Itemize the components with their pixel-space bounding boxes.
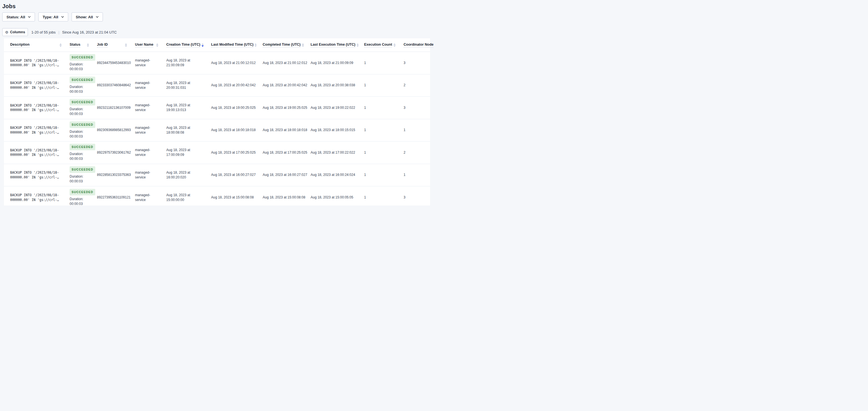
column-header-label: Coordinator Node xyxy=(404,42,433,48)
show-filter-label: Show: All xyxy=(76,15,93,19)
last-execution-time-cell: Aug 18, 2023 at 17:00:22:022 xyxy=(304,142,358,164)
execution-count-cell: 1 xyxy=(358,164,397,186)
sort-arrows-icon[interactable] xyxy=(156,43,158,47)
last-modified-time-cell: Aug 18, 2023 at 17:00:25:025 xyxy=(205,142,256,164)
coordinator-node-cell: 1 xyxy=(397,119,430,142)
column-header[interactable]: Creation Time (UTC) xyxy=(160,38,205,52)
last-execution-time-cell: Aug 18, 2023 at 15:00:05:05 xyxy=(304,186,358,206)
chevron-down-icon xyxy=(28,16,31,18)
sort-arrows-icon[interactable] xyxy=(202,43,204,47)
status-filter-dropdown[interactable]: Status: All xyxy=(2,12,35,22)
user-name-cell: managed-service xyxy=(129,97,160,119)
sort-asc-icon xyxy=(87,43,89,45)
column-header[interactable]: Job ID xyxy=(91,38,129,52)
last-modified-time-cell: Aug 18, 2023 at 19:00:25:025 xyxy=(205,97,256,119)
status-filter-label: Status: All xyxy=(6,15,25,19)
user-name-cell: managed-service xyxy=(129,142,160,164)
last-modified-time-cell: Aug 18, 2023 at 21:00:12:012 xyxy=(205,52,256,74)
user-name-value: managed-service xyxy=(135,103,158,113)
sort-arrows-icon[interactable] xyxy=(302,43,304,47)
job-id-cell: 892344759453483010 xyxy=(91,52,129,74)
job-description-link[interactable]: BACKUP INTO '/2023/08/18-000000.00' IN '… xyxy=(10,170,62,180)
job-id-cell: 892333037460848642 xyxy=(91,75,129,97)
status-cell: SUCCEEDED Duration: 00:00:03 xyxy=(63,97,91,119)
execution-count-cell: 1 xyxy=(358,52,397,74)
completed-time-cell: Aug 18, 2023 at 19:00:25:025 xyxy=(256,97,304,119)
page-title: Jobs xyxy=(2,3,432,9)
type-filter-dropdown[interactable]: Type: All xyxy=(38,12,68,22)
table-row: BACKUP INTO '/2023/08/18-000000.00' IN '… xyxy=(4,119,430,142)
column-header-label: Status xyxy=(70,42,80,48)
sort-arrows-icon[interactable] xyxy=(394,43,396,47)
columns-button-label: Columns xyxy=(10,30,25,34)
column-header[interactable]: User Name xyxy=(129,38,160,52)
column-header[interactable]: Last Modified Time (UTC) xyxy=(205,38,256,52)
sort-arrows-icon[interactable] xyxy=(125,43,127,47)
coordinator-node-cell: 3 xyxy=(397,52,430,74)
type-filter-label: Type: All xyxy=(42,15,58,19)
execution-count-cell: 1 xyxy=(358,75,397,97)
duration-text: Duration: 00:00:03 xyxy=(70,197,89,206)
job-description-link[interactable]: BACKUP INTO '/2023/08/18-000000.00' IN '… xyxy=(10,58,62,68)
job-description-link[interactable]: BACKUP INTO '/2023/08/18-000000.00' IN '… xyxy=(10,81,62,90)
last-modified-time-cell: Aug 18, 2023 at 18:00:18:018 xyxy=(205,119,256,142)
description-cell: BACKUP INTO '/2023/08/18-000000.00' IN '… xyxy=(4,75,63,97)
completed-time-cell: Aug 18, 2023 at 16:00:27:027 xyxy=(256,164,304,186)
job-id-cell: 892321182136107009 xyxy=(91,97,129,119)
columns-button[interactable]: ⚙ Columns xyxy=(2,28,28,36)
status-cell: SUCCEEDED Duration: 00:00:03 xyxy=(63,164,91,186)
last-execution-time-cell: Aug 18, 2023 at 18:00:15:015 xyxy=(304,119,358,142)
creation-time-cell: Aug 18, 2023 at 20:00:31:031 xyxy=(160,75,205,97)
description-cell: BACKUP INTO '/2023/08/18-000000.00' IN '… xyxy=(4,142,63,164)
completed-time-cell: Aug 18, 2023 at 21:00:12:012 xyxy=(256,52,304,74)
coordinator-node-cell: 3 xyxy=(397,186,430,206)
sort-arrows-icon[interactable] xyxy=(87,43,89,47)
user-name-value: managed-service xyxy=(135,148,158,157)
table-body: BACKUP INTO '/2023/08/18-000000.00' IN '… xyxy=(4,52,430,206)
completed-time-cell: Aug 18, 2023 at 20:00:42:042 xyxy=(256,75,304,97)
column-header-label: User Name xyxy=(135,42,153,48)
job-id-cell: 892285813023375363 xyxy=(91,164,129,186)
table-row: BACKUP INTO '/2023/08/18-000000.00' IN '… xyxy=(4,186,430,206)
user-name-value: managed-service xyxy=(135,125,158,135)
job-description-link[interactable]: BACKUP INTO '/2023/08/18-000000.00' IN '… xyxy=(10,125,62,135)
results-count: 1-20 of 55 jobs xyxy=(31,30,56,34)
execution-count-cell: 1 xyxy=(358,97,397,119)
column-header[interactable]: Status xyxy=(63,38,91,52)
job-description-link[interactable]: BACKUP INTO '/2023/08/18-000000.00' IN '… xyxy=(10,103,62,113)
creation-time-cell: Aug 18, 2023 at 21:00:09:09 xyxy=(160,52,205,74)
column-header[interactable]: Completed Time (UTC) xyxy=(256,38,304,52)
status-cell: SUCCEEDED Duration: 00:00:03 xyxy=(63,75,91,97)
filters-bar: Status: All Type: All Show: All xyxy=(2,12,432,22)
sort-asc-icon xyxy=(59,43,62,45)
sort-desc-icon xyxy=(87,46,89,47)
status-cell: SUCCEEDED Duration: 00:00:03 xyxy=(63,142,91,164)
divider: | xyxy=(58,30,59,34)
sort-arrows-icon[interactable] xyxy=(59,43,62,47)
coordinator-node-cell: 1 xyxy=(397,164,430,186)
last-execution-time-cell: Aug 18, 2023 at 16:00:24:024 xyxy=(304,164,358,186)
show-filter-dropdown[interactable]: Show: All xyxy=(71,12,103,22)
last-execution-time-cell: Aug 18, 2023 at 20:00:38:038 xyxy=(304,75,358,97)
completed-time-cell: Aug 18, 2023 at 18:00:18:018 xyxy=(256,119,304,142)
column-header[interactable]: Coordinator Node xyxy=(397,38,430,52)
user-name-value: managed-service xyxy=(135,193,158,202)
creation-time-cell: Aug 18, 2023 at 17:00:09:09 xyxy=(160,142,205,164)
table-toolbar: ⚙ Columns 1-20 of 55 jobs | Since Aug 16… xyxy=(2,28,432,36)
last-modified-time-cell: Aug 18, 2023 at 15:00:08:08 xyxy=(205,186,256,206)
last-execution-time-cell: Aug 18, 2023 at 19:00:22:022 xyxy=(304,97,358,119)
jobs-table: Description Status Job ID User Name Crea… xyxy=(4,38,430,206)
column-header-label: Last Execution Time (UTC) xyxy=(311,42,355,48)
coordinator-node-cell: 2 xyxy=(397,142,430,164)
coordinator-node-cell: 2 xyxy=(397,75,430,97)
coordinator-node-cell: 3 xyxy=(397,97,430,119)
execution-count-cell: 1 xyxy=(358,186,397,206)
column-header[interactable]: Execution Count xyxy=(358,38,397,52)
job-description-link[interactable]: BACKUP INTO '/2023/08/18-000000.00' IN '… xyxy=(10,148,62,157)
column-header[interactable]: Description xyxy=(4,38,63,52)
column-header[interactable]: Last Execution Time (UTC) xyxy=(304,38,358,52)
duration-text: Duration: 00:00:03 xyxy=(70,174,89,184)
job-description-link[interactable]: BACKUP INTO '/2023/08/18-000000.00' IN '… xyxy=(10,193,62,202)
sort-desc-icon xyxy=(394,46,396,47)
creation-time-cell: Aug 18, 2023 at 18:00:08:08 xyxy=(160,119,205,142)
